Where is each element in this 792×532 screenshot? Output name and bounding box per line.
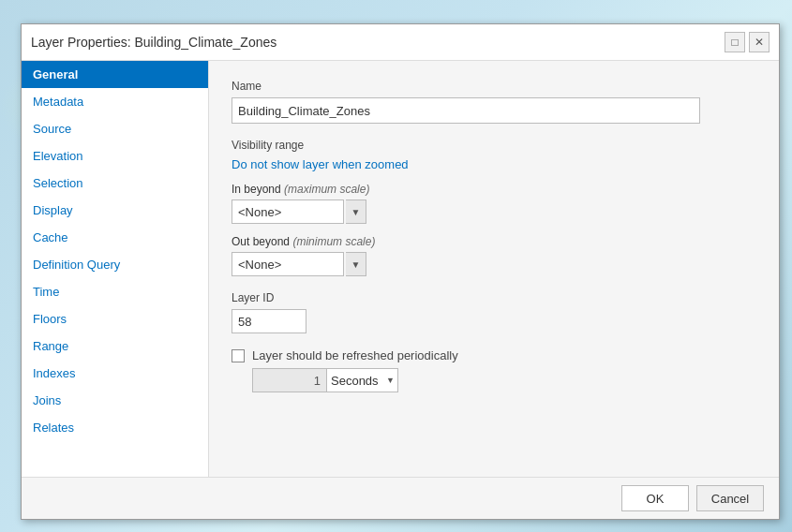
- sidebar-item-definition-query[interactable]: Definition Query: [22, 251, 208, 278]
- sidebar-item-source[interactable]: Source: [22, 115, 208, 142]
- name-label: Name: [232, 80, 756, 93]
- out-beyond-dropdown-row: ▼: [232, 252, 756, 276]
- refresh-number-input: [252, 368, 327, 392]
- titlebar-controls: □ ✕: [725, 32, 770, 52]
- in-beyond-dropdown-row: ▼: [232, 200, 756, 224]
- layer-id-input: [232, 309, 306, 333]
- dialog-footer: OK Cancel: [22, 477, 779, 519]
- refresh-section: Layer should be refreshed periodically S…: [232, 348, 756, 392]
- sidebar-scroll[interactable]: GeneralMetadataSourceElevationSelectionD…: [22, 61, 208, 477]
- refresh-unit-select[interactable]: SecondsMinutesHours: [327, 368, 398, 392]
- sidebar-item-joins[interactable]: Joins: [22, 387, 208, 414]
- refresh-controls: SecondsMinutesHours ▼: [252, 368, 756, 392]
- sidebar-item-range[interactable]: Range: [22, 332, 208, 360]
- layer-id-section: Layer ID: [232, 291, 756, 333]
- dialog-titlebar: Layer Properties: Building_Climate_Zones…: [22, 24, 779, 61]
- sidebar-item-cache[interactable]: Cache: [22, 224, 208, 251]
- visibility-link[interactable]: Do not show layer when zoomed: [232, 157, 409, 171]
- minimize-button[interactable]: □: [725, 32, 745, 52]
- in-beyond-label: In beyond (maximum scale): [232, 183, 756, 196]
- sidebar-item-elevation[interactable]: Elevation: [22, 142, 208, 170]
- name-section: Name: [232, 80, 756, 124]
- sidebar-item-indexes[interactable]: Indexes: [22, 360, 208, 387]
- layer-id-label: Layer ID: [232, 291, 756, 304]
- sidebar-item-relates[interactable]: Relates: [22, 414, 208, 441]
- sidebar-item-floors[interactable]: Floors: [22, 305, 208, 332]
- out-beyond-input[interactable]: [232, 252, 344, 276]
- refresh-label: Layer should be refreshed periodically: [252, 348, 458, 362]
- refresh-unit-wrapper: SecondsMinutesHours ▼: [327, 368, 398, 392]
- sidebar-item-general[interactable]: General: [22, 61, 208, 88]
- out-beyond-label: Out beyond (minimum scale): [232, 235, 756, 248]
- in-beyond-input[interactable]: [232, 200, 344, 224]
- sidebar-item-selection[interactable]: Selection: [22, 170, 208, 197]
- main-panel: Name Visibility range Do not show layer …: [209, 61, 779, 477]
- name-input[interactable]: [232, 97, 700, 124]
- sidebar-item-display[interactable]: Display: [22, 197, 208, 224]
- sidebar-item-metadata[interactable]: Metadata: [22, 88, 208, 115]
- sidebar: GeneralMetadataSourceElevationSelectionD…: [22, 61, 209, 477]
- visibility-section: Visibility range Do not show layer when …: [232, 139, 756, 276]
- close-button[interactable]: ✕: [749, 32, 770, 52]
- refresh-row: Layer should be refreshed periodically: [232, 348, 756, 362]
- in-beyond-dropdown-btn[interactable]: ▼: [346, 200, 366, 224]
- dialog-title: Layer Properties: Building_Climate_Zones: [31, 35, 276, 50]
- refresh-checkbox[interactable]: [232, 349, 245, 362]
- ok-button[interactable]: OK: [621, 485, 689, 511]
- layer-properties-dialog: Layer Properties: Building_Climate_Zones…: [21, 23, 780, 520]
- visibility-range-label: Visibility range: [232, 139, 756, 152]
- dialog-content: GeneralMetadataSourceElevationSelectionD…: [22, 61, 779, 477]
- sidebar-item-time[interactable]: Time: [22, 278, 208, 305]
- cancel-button[interactable]: Cancel: [696, 485, 764, 511]
- out-beyond-dropdown-btn[interactable]: ▼: [346, 252, 366, 276]
